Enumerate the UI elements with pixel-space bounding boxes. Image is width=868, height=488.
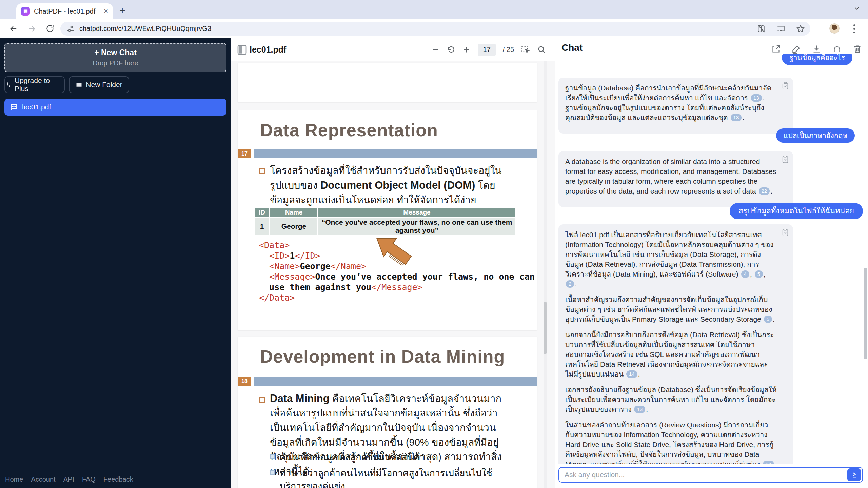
window-scrollbar-thumb[interactable] bbox=[864, 268, 867, 359]
site-settings-icon[interactable] bbox=[66, 25, 75, 33]
citation-badge[interactable]: 22 bbox=[759, 187, 770, 195]
table-cell: George bbox=[270, 218, 318, 235]
screen: ChatPDF - lec01.pdf × + chatpdf.com/c/12… bbox=[0, 0, 868, 488]
citation-badge[interactable]: 4 bbox=[741, 270, 749, 278]
folder-plus-icon bbox=[76, 81, 82, 88]
profile-avatar[interactable] bbox=[829, 23, 840, 34]
chat-question-input[interactable] bbox=[559, 468, 862, 482]
bullet-square-icon bbox=[259, 396, 265, 403]
url-bar[interactable]: chatpdf.com/c/12UWEwLPiQHUuQqmjrvG3 bbox=[60, 22, 810, 36]
footer-link-api[interactable]: API bbox=[63, 475, 74, 483]
share-icon[interactable] bbox=[771, 44, 781, 54]
citation-badge[interactable]: 13 bbox=[634, 406, 645, 413]
slide17-divider-bar: 17 bbox=[238, 149, 537, 158]
table-header-message: Message bbox=[318, 208, 516, 218]
bookmark-star-icon[interactable] bbox=[796, 24, 805, 33]
chat-message-list: ฐานข้อมูลคืออะไรฐานข้อมูล (Database) คือ… bbox=[558, 54, 863, 464]
pdf-file-name: lec01.pdf bbox=[250, 45, 286, 55]
browser-toolbar: chatpdf.com/c/12UWEwLPiQHUuQqmjrvG3 bbox=[0, 19, 868, 38]
refresh-icon[interactable] bbox=[832, 44, 842, 54]
document-icon bbox=[237, 44, 247, 55]
sidebar: + New Chat Drop PDF here Upgrade to Plus… bbox=[0, 38, 231, 488]
download-icon[interactable] bbox=[812, 44, 821, 54]
table-header-id: ID bbox=[254, 208, 270, 218]
sub-bullet-square-icon bbox=[270, 454, 275, 459]
chat-bubble-icon bbox=[10, 103, 18, 111]
slide18-sub-bullets: ค้นหาลักษณะของลูกค้าที่มาซื้อสินค้าทำนาย… bbox=[270, 451, 514, 488]
undo-icon[interactable] bbox=[447, 45, 455, 54]
pdf-scroll-area[interactable]: Data Representation 17 โครงสร้างข้อมูลที… bbox=[231, 61, 555, 488]
sparkle-icon bbox=[5, 82, 11, 88]
new-chat-label: + New Chat bbox=[94, 48, 137, 57]
sub-bullet-square-icon bbox=[270, 470, 275, 475]
copy-message-icon[interactable] bbox=[782, 82, 789, 90]
citation-badge[interactable]: 14 bbox=[626, 370, 637, 378]
chevron-down-icon[interactable] bbox=[853, 5, 861, 12]
drop-pdf-hint: Drop PDF here bbox=[93, 59, 138, 67]
back-icon[interactable] bbox=[9, 24, 18, 34]
tab-title: ChatPDF - lec01.pdf bbox=[34, 7, 101, 15]
copy-message-icon[interactable] bbox=[782, 155, 789, 163]
page-number-input[interactable]: 17 bbox=[478, 44, 496, 56]
upgrade-to-plus-button[interactable]: Upgrade to Plus bbox=[4, 76, 65, 93]
chatpdf-favicon bbox=[21, 7, 30, 16]
zoom-out-icon[interactable] bbox=[431, 45, 440, 54]
table-cell: 1 bbox=[254, 218, 270, 235]
citation-badge[interactable]: 2 bbox=[566, 280, 574, 288]
chat-panel-title: Chat bbox=[561, 42, 583, 53]
select-area-icon[interactable] bbox=[521, 45, 530, 55]
forward-icon[interactable] bbox=[27, 24, 37, 34]
citation-badge[interactable]: 5 bbox=[764, 316, 772, 323]
assistant-message: A database is the organization of simila… bbox=[558, 151, 793, 207]
chat-panel: Chat ฐานข้อมูลคืออะไรฐานข้อมูล (Database… bbox=[555, 38, 868, 488]
footer-link-faq[interactable]: FAQ bbox=[82, 475, 96, 483]
pdf-toolbar: lec01.pdf 17 / 25 bbox=[231, 38, 555, 61]
pdf-scrollbar-track[interactable] bbox=[544, 61, 547, 488]
new-tab-icon[interactable]: + bbox=[119, 5, 125, 16]
citation-badge[interactable]: 5 bbox=[755, 270, 763, 278]
user-message-bubble: สรุปข้อมูลทั้งหมดในไฟล์ให้ฉันหน่อย bbox=[730, 203, 863, 219]
install-icon[interactable] bbox=[776, 24, 785, 33]
close-icon[interactable]: × bbox=[104, 7, 108, 15]
zoom-in-icon[interactable] bbox=[462, 45, 471, 54]
slide18-title: Development in Data Mining bbox=[260, 346, 505, 367]
pdf-page-18: Development in Data Mining 18 Data Minin… bbox=[238, 337, 537, 488]
copy-message-icon[interactable] bbox=[782, 228, 789, 237]
chat-item-label: lec01.pdf bbox=[22, 103, 51, 111]
pdf-scrollbar-thumb[interactable] bbox=[544, 302, 547, 354]
sidebar-chat-item-lec01[interactable]: lec01.pdf bbox=[4, 99, 226, 116]
reading-list-off-icon[interactable] bbox=[757, 24, 766, 33]
browser-tab[interactable]: ChatPDF - lec01.pdf × bbox=[16, 3, 113, 19]
page-total-label: / 25 bbox=[503, 46, 514, 54]
sidebar-footer: HomeAccountAPIFAQFeedback bbox=[5, 475, 133, 483]
slide17-page-number: 17 bbox=[238, 149, 251, 158]
new-folder-button[interactable]: New Folder bbox=[69, 76, 129, 93]
pdf-page-16-partial bbox=[238, 63, 537, 102]
citation-badge[interactable]: 13 bbox=[751, 94, 762, 102]
reload-icon[interactable] bbox=[45, 24, 55, 33]
footer-link-home[interactable]: Home bbox=[5, 475, 23, 483]
slide17-title: Data Representation bbox=[260, 120, 438, 140]
arrow-graphic bbox=[369, 230, 416, 269]
new-folder-label: New Folder bbox=[86, 81, 122, 89]
bullet-square-icon bbox=[259, 168, 265, 174]
pdf-page-17: Data Representation 17 โครงสร้างข้อมูลที… bbox=[238, 110, 537, 330]
url-text[interactable]: chatpdf.com/c/12UWEwLPiQHUuQqmjrvG3 bbox=[79, 25, 211, 33]
trash-icon[interactable] bbox=[853, 44, 862, 54]
send-button[interactable] bbox=[847, 468, 861, 481]
browser-menu-icon[interactable] bbox=[853, 24, 855, 33]
footer-link-account[interactable]: Account bbox=[31, 475, 55, 483]
xml-code-line: use them against you</Message> bbox=[259, 282, 535, 292]
slide18-page-number: 18 bbox=[238, 377, 251, 386]
user-message-bubble: แปลเป็นภาษาอังกฤษ bbox=[776, 128, 855, 143]
citation-badge[interactable]: 24 bbox=[763, 461, 774, 464]
new-chat-dropzone[interactable]: + New Chat Drop PDF here bbox=[4, 43, 226, 72]
xml-code-line: </Data> bbox=[259, 292, 535, 303]
citation-badge[interactable]: 13 bbox=[731, 114, 742, 121]
footer-link-feedback[interactable]: Feedback bbox=[103, 475, 133, 483]
search-icon[interactable] bbox=[537, 45, 546, 54]
table-header-row: IDNameMessage bbox=[254, 208, 516, 218]
browser-tab-strip: ChatPDF - lec01.pdf × + bbox=[0, 0, 868, 19]
chat-input-container bbox=[558, 467, 863, 483]
edit-icon[interactable] bbox=[792, 44, 801, 54]
